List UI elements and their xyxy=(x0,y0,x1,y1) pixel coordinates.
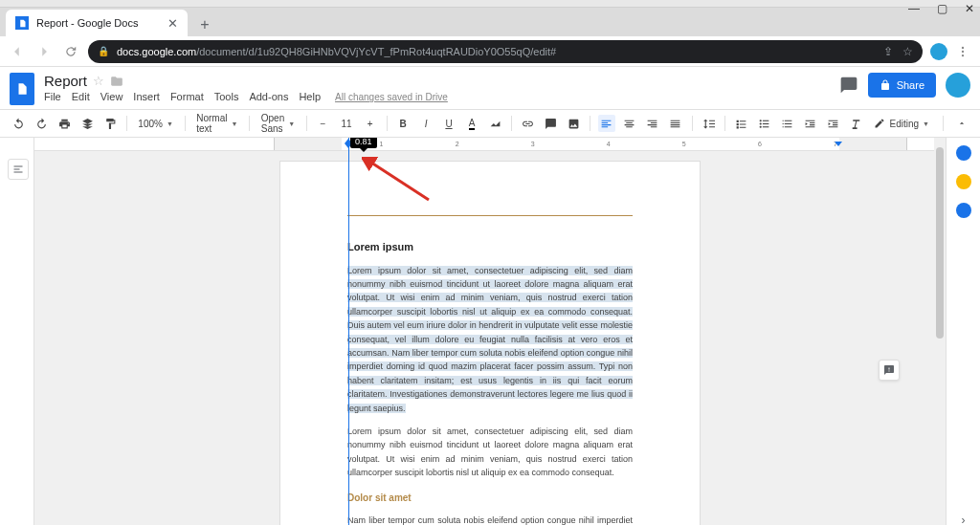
browser-tab-active[interactable]: Report - Google Docs ✕ xyxy=(6,10,188,36)
align-right-button[interactable] xyxy=(644,115,661,132)
font-size-increase[interactable]: + xyxy=(362,115,379,132)
share-label: Share xyxy=(897,79,924,91)
browser-tab-strip: Report - Google Docs ✕ + xyxy=(0,8,980,36)
bulleted-list-button[interactable] xyxy=(755,115,772,132)
checklist-button[interactable] xyxy=(732,115,749,132)
add-comment-floating-button[interactable] xyxy=(879,360,900,381)
browser-tab-title: Report - Google Docs xyxy=(36,17,160,29)
numbered-list-button[interactable] xyxy=(778,115,795,132)
menu-edit[interactable]: Edit xyxy=(72,91,90,102)
heading-lorem-ipsum[interactable]: Lorem ipsum xyxy=(347,239,633,256)
svg-point-4 xyxy=(962,50,964,52)
hide-menus-button[interactable] xyxy=(953,115,970,132)
url-text: docs.google.com/document/d/1u92QH8GiHNbV… xyxy=(117,46,556,57)
left-gutter xyxy=(0,138,34,525)
insert-link-button[interactable] xyxy=(519,115,536,132)
share-button[interactable]: Share xyxy=(868,73,936,98)
menu-view[interactable]: View xyxy=(100,91,123,102)
svg-point-5 xyxy=(962,54,964,55)
side-panel: › xyxy=(946,138,980,525)
horizontal-ruler[interactable]: 1234567 0.81 xyxy=(34,138,946,151)
document-title[interactable]: Report xyxy=(44,73,87,89)
bookmark-star-icon[interactable]: ☆ xyxy=(902,45,913,58)
mode-dropdown[interactable]: Editing▼ xyxy=(870,118,933,129)
align-justify-button[interactable] xyxy=(667,115,684,132)
decrease-indent-button[interactable] xyxy=(801,115,818,132)
menu-file[interactable]: File xyxy=(44,91,61,102)
docs-header: Report ☆ File Edit View Insert Format To… xyxy=(0,67,980,105)
star-button[interactable]: ☆ xyxy=(93,74,104,88)
back-button[interactable] xyxy=(8,42,27,61)
zoom-dropdown[interactable]: 100%▼ xyxy=(134,119,177,129)
formatting-toolbar: 100%▼ Normal text▼ Open Sans▼ − 11 + B I… xyxy=(0,109,980,138)
font-size-input[interactable]: 11 xyxy=(338,119,356,129)
paint-format-button[interactable] xyxy=(101,115,119,132)
paragraph-style-dropdown[interactable]: Normal text▼ xyxy=(192,113,241,134)
menu-tools[interactable]: Tools xyxy=(214,91,239,102)
font-size-decrease[interactable]: − xyxy=(315,115,332,132)
os-close-button[interactable]: ✕ xyxy=(965,2,974,15)
paragraph-3[interactable]: Nam liber tempor cum soluta nobis eleife… xyxy=(347,514,633,525)
svg-point-8 xyxy=(760,125,762,127)
docs-logo-icon[interactable] xyxy=(10,73,34,105)
side-panel-toggle[interactable]: › xyxy=(962,514,966,525)
align-center-button[interactable] xyxy=(621,115,638,132)
forward-button[interactable] xyxy=(34,42,54,61)
scrollbar-thumb[interactable] xyxy=(936,147,944,339)
reload-button[interactable] xyxy=(61,42,80,61)
italic-button[interactable]: I xyxy=(417,115,434,132)
svg-rect-0 xyxy=(21,22,24,23)
line-spacing-button[interactable] xyxy=(700,115,717,132)
editor-canvas: 1234567 0.81 Lorem ipsum Lorem ipsum dol… xyxy=(0,138,980,525)
document-page[interactable]: Lorem ipsum Lorem ipsum dolor sit amet, … xyxy=(279,161,701,525)
insert-comment-button[interactable] xyxy=(542,115,559,132)
move-to-folder-button[interactable] xyxy=(110,75,123,88)
increase-indent-button[interactable] xyxy=(824,115,841,132)
menu-bar: File Edit View Insert Format Tools Add-o… xyxy=(44,91,830,102)
clear-formatting-button[interactable] xyxy=(847,115,864,132)
extension-icon[interactable] xyxy=(930,43,947,60)
browser-menu-button[interactable] xyxy=(953,42,972,61)
save-status[interactable]: All changes saved in Drive xyxy=(335,92,448,102)
print-button[interactable] xyxy=(56,115,73,132)
share-url-icon[interactable]: ⇪ xyxy=(883,45,893,58)
vertical-scrollbar[interactable] xyxy=(934,138,946,525)
spellcheck-button[interactable] xyxy=(78,115,96,132)
new-tab-button[interactable]: + xyxy=(193,13,216,36)
align-left-button[interactable] xyxy=(598,115,615,132)
paragraph-1-selected[interactable]: Lorem ipsum dolor sit amet, consectetuer… xyxy=(347,264,633,415)
keep-addon-icon[interactable] xyxy=(956,174,971,189)
menu-insert[interactable]: Insert xyxy=(133,91,160,102)
paragraph-2[interactable]: Lorem ipsum dolor sit amet, consectetuer… xyxy=(347,425,633,480)
svg-point-7 xyxy=(760,122,762,124)
os-minimize-button[interactable]: — xyxy=(908,2,920,15)
address-bar[interactable]: 🔒 docs.google.com/document/d/1u92QH8GiHN… xyxy=(88,40,923,63)
extension-area xyxy=(930,42,972,61)
outline-toggle-button[interactable] xyxy=(8,159,29,180)
highlight-button[interactable] xyxy=(486,115,503,132)
svg-rect-2 xyxy=(21,25,23,26)
page-area[interactable]: 1234567 0.81 Lorem ipsum Lorem ipsum dol… xyxy=(34,138,946,525)
lock-icon xyxy=(880,79,891,91)
menu-help[interactable]: Help xyxy=(299,91,321,102)
tasks-addon-icon[interactable] xyxy=(956,203,971,218)
tab-close-button[interactable]: ✕ xyxy=(167,16,178,31)
right-indent-marker[interactable] xyxy=(835,142,842,146)
profile-avatar[interactable] xyxy=(946,73,970,98)
bold-button[interactable]: B xyxy=(394,115,412,132)
menu-addons[interactable]: Add-ons xyxy=(249,91,288,102)
comments-button[interactable] xyxy=(839,76,858,95)
heading-dolor-sit-amet[interactable]: Dolor sit amet xyxy=(347,491,633,506)
svg-point-6 xyxy=(760,120,762,121)
redo-button[interactable] xyxy=(33,115,50,132)
pencil-icon xyxy=(874,118,885,129)
font-dropdown[interactable]: Open Sans▼ xyxy=(257,113,299,134)
text-color-button[interactable]: A xyxy=(463,115,480,132)
underline-button[interactable]: U xyxy=(440,115,457,132)
insert-image-button[interactable] xyxy=(565,115,582,132)
horizontal-rule xyxy=(347,215,633,216)
calendar-addon-icon[interactable] xyxy=(956,145,971,161)
undo-button[interactable] xyxy=(10,115,27,132)
menu-format[interactable]: Format xyxy=(170,91,204,102)
os-maximize-button[interactable]: ▢ xyxy=(937,2,947,15)
